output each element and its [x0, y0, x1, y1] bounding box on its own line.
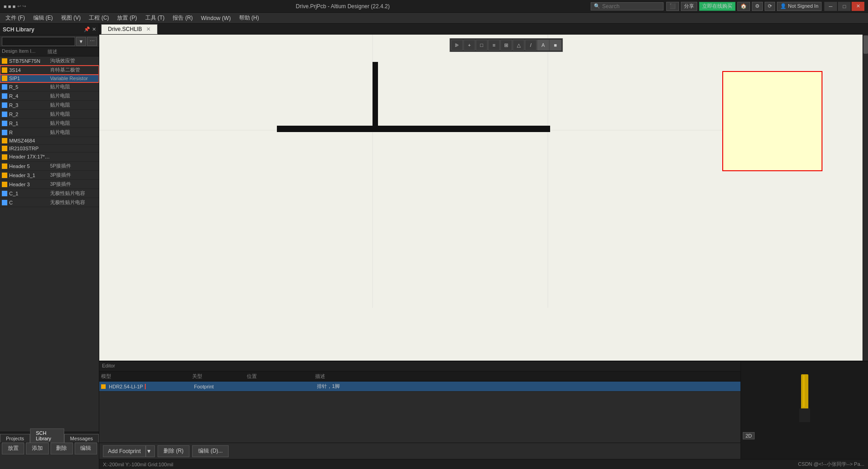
add-footprint-wrapper: Add Footprint ▼: [103, 445, 155, 457]
col-model-header: 模型: [101, 373, 192, 380]
menu-window[interactable]: Window (W): [197, 14, 234, 22]
item-desc: 贴片电阻: [50, 120, 97, 127]
maximize-btn[interactable]: □: [838, 2, 851, 11]
list-item[interactable]: 3S14 肖特基二极管: [0, 66, 99, 75]
add-footprint-dropdown-btn[interactable]: ▼: [146, 445, 155, 457]
item-desc: 贴片电阻: [50, 83, 97, 90]
bottom-action-bar: Add Footprint ▼ 删除 (R) 编辑 (D)...: [99, 443, 740, 459]
panel-close-icon[interactable]: ✕: [92, 26, 96, 32]
list-item[interactable]: Header 5 5P接插件: [0, 162, 99, 171]
ct-rect-btn[interactable]: □: [476, 40, 488, 51]
list-item[interactable]: Header 3 3P接插件: [0, 180, 99, 189]
panel-icons: 📌 ✕: [84, 26, 96, 32]
buy-btn[interactable]: 立即在线购买: [699, 2, 735, 11]
menu-tools[interactable]: 工具 (T): [142, 13, 168, 23]
list-item[interactable]: C 无极性贴片电容: [0, 198, 99, 207]
delete-footprint-btn[interactable]: 删除 (R): [158, 445, 189, 457]
options-btn[interactable]: ⋯: [87, 37, 97, 46]
tab-schlib[interactable]: SCH Library: [30, 428, 64, 443]
menu-reports[interactable]: 报告 (R): [169, 13, 196, 23]
edit-footprint-btn[interactable]: 编辑 (D)...: [192, 445, 229, 457]
list-item[interactable]: R_5 贴片电阻: [0, 82, 99, 92]
editor-table-body[interactable]: HDR2.54-LI-1P Footprint 排针，1脚: [99, 382, 740, 443]
editor-table-row[interactable]: HDR2.54-LI-1P Footprint 排针，1脚: [99, 382, 740, 392]
add-footprint-btn[interactable]: Add Footprint: [103, 445, 146, 457]
menu-place[interactable]: 放置 (P): [113, 13, 140, 23]
list-item[interactable]: MMSZ4684: [0, 137, 99, 145]
item-icon: [2, 130, 7, 135]
menu-edit[interactable]: 编辑 (E): [30, 13, 56, 23]
item-name: Header 5: [9, 163, 50, 169]
ct-line-btn[interactable]: /: [525, 40, 537, 51]
item-icon: [2, 76, 7, 81]
title-search-input[interactable]: [602, 3, 657, 10]
ct-align-btn[interactable]: ≡: [488, 40, 500, 51]
edit-btn[interactable]: 编辑: [75, 443, 97, 454]
list-item[interactable]: SIP1 Variable Resistor: [0, 75, 99, 82]
list-item[interactable]: C_1 无极性贴片电容: [0, 189, 99, 198]
filter-btn[interactable]: ▼: [76, 37, 86, 46]
ct-grid-btn[interactable]: ⊞: [500, 40, 512, 51]
item-icon: [2, 163, 7, 169]
tab-messages[interactable]: Messages: [64, 434, 99, 443]
top-right-toolbar: ⬛ 分享 立即在线购买 🏠 ⚙ ⟳ 👤 Not Signed In: [666, 2, 822, 11]
share-btn[interactable]: 分享: [681, 2, 697, 11]
sync-btn[interactable]: ⟳: [765, 2, 775, 11]
item-icon: [2, 191, 7, 196]
delete-btn[interactable]: 删除: [51, 443, 73, 454]
item-desc: 贴片电阻: [50, 102, 97, 108]
canvas-toolbar: ⫸ + □ ≡ ⊞ △ / A ■: [450, 38, 563, 52]
list-item[interactable]: R_2 贴片电阻: [0, 110, 99, 119]
item-icon: [2, 102, 7, 108]
list-item[interactable]: R_3 贴片电阻: [0, 101, 99, 110]
list-item[interactable]: R_1 贴片电阻: [0, 119, 99, 128]
item-name: 3S14: [9, 67, 50, 73]
canvas-area[interactable]: ⫸ + □ ≡ ⊞ △ / A ■: [99, 35, 868, 361]
settings-btn[interactable]: ⚙: [752, 2, 763, 11]
item-name: C_1: [9, 191, 50, 196]
status-right: CSDN @<!--小张同学--> Pa...: [798, 461, 864, 468]
minimize-btn[interactable]: ─: [824, 2, 837, 11]
col-pos-header: 位置: [247, 373, 315, 380]
tab-close-icon[interactable]: ✕: [146, 26, 151, 32]
item-name: R: [9, 130, 50, 135]
item-name: R_2: [9, 112, 50, 117]
home-btn[interactable]: 🏠: [737, 2, 750, 11]
item-desc: 无极性贴片电容: [50, 199, 97, 206]
ct-shape-btn[interactable]: △: [513, 40, 525, 51]
list-item[interactable]: Header 3_1 3P接插件: [0, 171, 99, 180]
svg-rect-3: [373, 62, 378, 126]
delete-label: 删除 (R): [163, 448, 184, 454]
ct-add-btn[interactable]: +: [464, 40, 475, 51]
schlib-tab[interactable]: Drive.SCHLIB ✕: [101, 24, 158, 34]
item-icon: [2, 93, 7, 99]
component-search-input[interactable]: [2, 37, 75, 46]
component-list[interactable]: STB75NF75N 沟场效应管 3S14 肖特基二极管 SIP1 Variab…: [0, 56, 99, 469]
preview-2d-btn[interactable]: 2D: [743, 432, 755, 439]
list-item[interactable]: IR2103STRP: [0, 145, 99, 153]
editor-section: Editor 模型 关型 位置 描述 HDR2.54-LI-1P Footpri…: [99, 362, 740, 443]
signin-btn[interactable]: 👤 Not Signed In: [777, 2, 822, 11]
item-name: R_4: [9, 93, 50, 99]
menu-project[interactable]: 工程 (C): [85, 13, 112, 23]
ct-filter-btn[interactable]: ⫸: [451, 40, 463, 51]
ct-fill-btn[interactable]: ■: [550, 40, 562, 51]
list-item[interactable]: R_4 贴片电阻: [0, 92, 99, 101]
vertical-scrollbar[interactable]: [863, 35, 868, 361]
item-name: R_1: [9, 121, 50, 126]
list-item[interactable]: Header 17X:17*2P接插件: [0, 153, 99, 162]
place-btn[interactable]: 放置: [2, 443, 24, 454]
ct-text-btn[interactable]: A: [537, 40, 549, 51]
add-btn[interactable]: 添加: [26, 443, 48, 454]
item-name: R_3: [9, 102, 50, 108]
menu-help[interactable]: 帮助 (H): [235, 13, 263, 23]
tab-projects[interactable]: Projects: [0, 434, 30, 443]
menu-file[interactable]: 文件 (F): [2, 13, 29, 23]
close-btn[interactable]: ✕: [852, 2, 864, 11]
yellow-note: [722, 71, 822, 171]
list-item[interactable]: R 贴片电阻: [0, 128, 99, 137]
menu-view[interactable]: 视图 (V): [57, 13, 84, 23]
list-item[interactable]: STB75NF75N 沟场效应管: [0, 56, 99, 66]
panel-pin-icon[interactable]: 📌: [84, 26, 90, 32]
icon-btn[interactable]: ⬛: [666, 2, 679, 11]
